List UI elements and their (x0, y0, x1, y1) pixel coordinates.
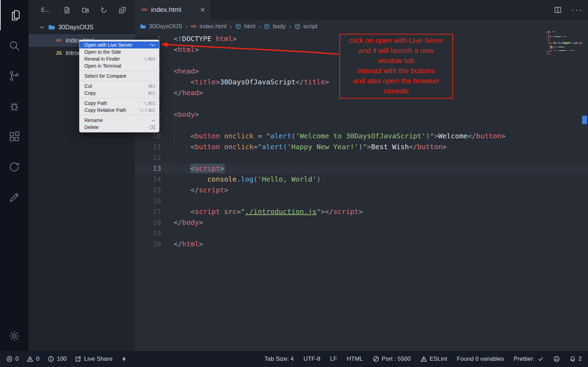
extensions-icon[interactable] (0, 121, 29, 152)
run-debug-icon[interactable] (0, 91, 29, 121)
line-number: 16 (135, 196, 161, 206)
tab-index-html[interactable]: </> index.html × (135, 0, 210, 20)
context-menu: Open with Live Server^↩Open to the SideR… (79, 40, 159, 132)
status-label: UTF-8 (303, 355, 320, 362)
menu-item-cut[interactable]: Cut⌘X (80, 83, 159, 90)
status-label: LF (330, 355, 337, 362)
crumb-30daysofjs[interactable]: 30DaysOfJS (140, 23, 182, 30)
line-number: 18 (135, 217, 161, 228)
new-folder-icon[interactable] (82, 7, 89, 14)
menu-item-select-for-compare[interactable]: Select for Compare (80, 72, 159, 79)
pen-icon[interactable] (0, 182, 29, 212)
status-prettier[interactable]: Prettier: (514, 355, 544, 362)
line-content (161, 228, 174, 239)
crumb-label: html (244, 23, 255, 30)
crumb-html[interactable]: html (235, 23, 255, 30)
code-line-8[interactable]: 8<body> (135, 109, 588, 120)
error-icon (6, 356, 13, 362)
code-line-14[interactable]: 14 console.log('Hello, World') (135, 174, 588, 185)
minimap[interactable] (546, 31, 582, 55)
code-line-19[interactable]: 19 (135, 228, 588, 239)
menu-item-open-to-the-side[interactable]: Open to the Side (80, 48, 159, 55)
warning-icon (27, 356, 33, 362)
code-line-16[interactable]: 16 (135, 196, 588, 206)
breadcrumb-separator: › (230, 23, 232, 30)
indent-guide (174, 66, 175, 217)
tab-close-icon[interactable]: × (200, 6, 205, 14)
editor-actions: ··· (554, 0, 582, 20)
line-content: <script> (161, 163, 224, 174)
line-number: 17 (135, 206, 161, 217)
status-language-mode[interactable]: HTML (347, 355, 363, 362)
status-tab-size[interactable]: Tab Size: 4 (264, 355, 294, 362)
line-number: 19 (135, 228, 161, 239)
menu-item-reveal-in-finder[interactable]: Reveal in Finder⌥⌘R (80, 55, 159, 62)
symbol-icon (235, 23, 241, 30)
breadcrumb-separator: › (258, 23, 261, 30)
js-file-icon: JS (56, 50, 62, 56)
status-eol[interactable]: LF (330, 355, 337, 362)
lightning-icon (121, 356, 127, 362)
code-line-20[interactable]: 20</html> (135, 239, 588, 250)
menu-item-open-with-live-server[interactable]: Open with Live Server^↩ (80, 41, 159, 48)
folder-icon (140, 23, 146, 30)
status-encoding[interactable]: UTF-8 (303, 355, 320, 362)
code-line-17[interactable]: 17 <script src="./introduction.js"></scr… (135, 206, 588, 217)
status-label: Live Share (84, 355, 112, 362)
code-line-12[interactable]: 12 (135, 152, 588, 163)
status-label: Found 0 variables (457, 355, 504, 362)
status-errors[interactable]: 0 (6, 355, 18, 362)
settings-icon[interactable] (0, 321, 29, 351)
status-found-variables[interactable]: Found 0 variables (457, 355, 504, 362)
line-content: </html> (161, 239, 203, 250)
code-line-18[interactable]: 18</body> (135, 217, 588, 228)
status-notifications[interactable]: 2 (570, 355, 582, 362)
menu-item-copy[interactable]: Copy⌘C (80, 90, 159, 97)
menu-item-rename[interactable]: Rename↩ (80, 117, 159, 124)
line-content: <title>30DaysOfJavaScript</title> (161, 77, 329, 87)
source-control-icon[interactable] (0, 61, 29, 91)
crumb-body[interactable]: body (264, 23, 286, 30)
breadcrumb-separator: › (289, 23, 291, 30)
crumb-script[interactable]: script (294, 23, 318, 30)
menu-item-copy-path[interactable]: Copy Path⌥⌘C (80, 100, 159, 107)
menu-separator (80, 115, 159, 115)
explorer-icon[interactable] (0, 0, 29, 30)
annotation-line: and also open the browser (341, 76, 451, 86)
collapse-all-icon[interactable] (119, 7, 126, 14)
refresh-icon[interactable] (100, 7, 107, 14)
menu-separator (80, 98, 159, 98)
code-line-13[interactable]: 13 <script> (135, 163, 588, 174)
symbol-icon (264, 23, 270, 30)
status-eslint[interactable]: ESLint (421, 355, 447, 362)
menu-item-copy-relative-path[interactable]: Copy Relative Path⌥⇧⌘C (80, 107, 159, 114)
code-line-7[interactable]: 7 (135, 98, 588, 109)
status-info[interactable]: 100 (48, 355, 67, 362)
status-label: Prettier: (514, 355, 535, 362)
sidebar-toolbar (63, 7, 126, 14)
root-folder-label: 30DaysOfJS (58, 24, 93, 31)
code-line-11[interactable]: 11 <button onclick="alert('Happy New Yea… (135, 142, 588, 152)
code-line-15[interactable]: 15 </script> (135, 185, 588, 196)
status-live-share[interactable]: Live Share (75, 355, 112, 362)
status-feedback[interactable] (553, 356, 560, 362)
code-line-10[interactable]: 10 <button onclick = "alert('Welcome to … (135, 131, 588, 142)
annotation-line: window tab (341, 55, 451, 66)
crumb-label: body (273, 23, 286, 30)
crumb-index-html[interactable]: </>index.html (191, 23, 227, 30)
menu-item-delete[interactable]: Delete⌫ (80, 124, 159, 131)
line-content: <script src="./introduction.js"></script… (161, 206, 363, 217)
new-file-icon[interactable] (63, 7, 70, 14)
folder-root-30daysofjs[interactable]: 30DaysOfJS (29, 20, 135, 34)
smiley-icon (553, 356, 560, 362)
search-icon[interactable] (0, 30, 29, 61)
code-line-9[interactable]: 9 (135, 120, 588, 131)
menu-item-open-in-terminal[interactable]: Open in Terminal (80, 62, 159, 69)
status-quick-actions[interactable] (121, 356, 127, 362)
split-editor-icon[interactable] (554, 6, 561, 14)
status-live-server-port[interactable]: Port : 5500 (373, 355, 411, 362)
line-content: <head> (161, 66, 199, 77)
status-warnings[interactable]: 0 (27, 355, 39, 362)
line-content: <!DOCTYPE html> (161, 33, 237, 44)
live-share-icon[interactable] (0, 152, 29, 182)
